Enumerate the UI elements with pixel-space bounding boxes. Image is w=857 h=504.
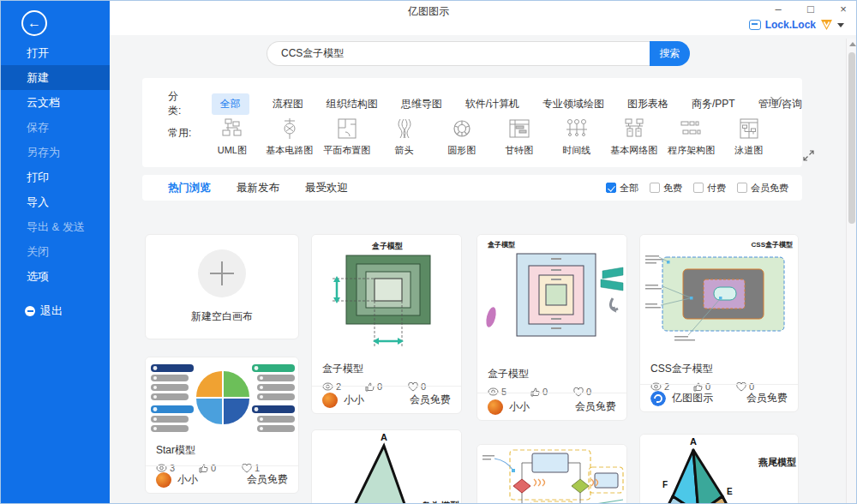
minimize-button[interactable]: – bbox=[772, 3, 784, 15]
template-card-box-green[interactable]: 盒子模型 盒子模型 2 bbox=[311, 234, 462, 414]
back-button[interactable]: ← bbox=[21, 10, 47, 36]
sidebar-item-cloud[interactable]: 云文档 bbox=[1, 90, 110, 115]
maximize-button[interactable]: □ bbox=[805, 3, 817, 15]
app-window: 亿图图示 – □ × Lock.Lock ← 打开 新建 云文档 保存 另存为 … bbox=[0, 0, 857, 504]
template-thumbnail bbox=[477, 445, 626, 504]
checkbox-checked-icon[interactable] bbox=[606, 183, 616, 193]
template-card-bird-head[interactable]: A E 鸟头模型 bbox=[311, 429, 462, 504]
category-all[interactable]: 全部 bbox=[212, 93, 249, 115]
sidebar-item-import[interactable]: 导入 bbox=[1, 189, 110, 214]
uml-icon bbox=[220, 117, 244, 140]
svg-text:E: E bbox=[727, 487, 733, 496]
category-professional[interactable]: 专业领域绘图 bbox=[542, 97, 604, 111]
common-item-gantt[interactable]: 甘特图 bbox=[490, 117, 548, 157]
sidebar-item-close[interactable]: 关闭 bbox=[1, 239, 110, 264]
svg-text:盒子模型: 盒子模型 bbox=[487, 241, 515, 249]
search-input[interactable] bbox=[267, 41, 650, 66]
filter-free[interactable]: 免费 bbox=[650, 182, 682, 195]
username[interactable]: Lock.Lock bbox=[765, 19, 816, 31]
sidebar-item-quit[interactable]: 退出 bbox=[1, 298, 110, 323]
common-item-network[interactable]: 基本网络图 bbox=[605, 117, 662, 157]
tab-newest[interactable]: 最新发布 bbox=[237, 181, 279, 195]
template-thumbnail: A F O E 燕尾模型 bbox=[640, 435, 798, 504]
checkbox-icon[interactable] bbox=[737, 183, 747, 193]
category-panel: 分类: 全部 流程图 组织结构图 思维导图 软件/计算机 专业领域绘图 图形表格… bbox=[142, 78, 802, 167]
scrollbar-thumb[interactable] bbox=[848, 52, 855, 224]
common-item-uml[interactable]: UML图 bbox=[203, 117, 261, 157]
template-thumbnail: CSS盒子模型 bbox=[640, 235, 798, 355]
checkbox-icon[interactable] bbox=[650, 183, 660, 193]
plus-icon bbox=[198, 249, 246, 297]
template-card-css-box[interactable]: CSS盒子模型 CSS盒子模型 2 0 bbox=[639, 234, 799, 412]
quit-icon bbox=[25, 306, 35, 316]
sidebar-item-save[interactable]: 保存 bbox=[1, 115, 110, 140]
template-card-box-color[interactable]: 盒子模型 盒子模型 5 0 bbox=[476, 234, 627, 421]
filter-member-free[interactable]: 会员免费 bbox=[737, 182, 788, 195]
floorplan-icon bbox=[335, 117, 359, 140]
template-card-flowchart[interactable] bbox=[476, 444, 627, 504]
author-name: 小小 bbox=[177, 472, 241, 487]
tab-hot[interactable]: 热门浏览 bbox=[168, 181, 211, 195]
category-management[interactable]: 管理/咨询 bbox=[758, 97, 802, 111]
template-card-star[interactable]: Star模型 3 0 1 小小 会员免费 bbox=[145, 357, 299, 494]
user-area[interactable]: Lock.Lock bbox=[749, 19, 844, 31]
category-orgchart[interactable]: 组织结构图 bbox=[327, 97, 378, 111]
sidebar-item-save-as[interactable]: 另存为 bbox=[1, 140, 110, 165]
svg-text:燕尾模型: 燕尾模型 bbox=[758, 457, 796, 468]
circular-icon bbox=[450, 117, 474, 140]
category-software[interactable]: 软件/计算机 bbox=[465, 97, 519, 111]
sidebar-item-export-send[interactable]: 导出 & 发送 bbox=[1, 214, 110, 239]
svg-text:盒子模型: 盒子模型 bbox=[371, 242, 403, 250]
category-mindmap[interactable]: 思维导图 bbox=[401, 97, 442, 111]
author-name: 亿图图示 bbox=[672, 391, 740, 405]
template-thumbnail: A E 鸟头模型 bbox=[312, 430, 461, 504]
template-thumbnail: 盒子模型 bbox=[477, 235, 626, 362]
svg-text:F: F bbox=[662, 480, 668, 489]
common-item-swimlane[interactable]: 泳道图 bbox=[720, 117, 777, 157]
blank-canvas-label: 新建空白画布 bbox=[191, 309, 253, 324]
author-avatar bbox=[156, 472, 171, 488]
sidebar-item-new[interactable]: 新建 bbox=[1, 65, 110, 90]
common-label: 常用: bbox=[168, 126, 191, 141]
svg-text:CSS盒子模型: CSS盒子模型 bbox=[752, 241, 793, 249]
common-item-timeline[interactable]: 时间线 bbox=[548, 117, 605, 157]
checkbox-icon[interactable] bbox=[693, 183, 704, 193]
template-card-swallow-tail[interactable]: A F O E 燕尾模型 bbox=[639, 434, 799, 504]
category-graphics-tables[interactable]: 图形表格 bbox=[627, 97, 668, 111]
category-business-ppt[interactable]: 商务/PPT bbox=[692, 97, 735, 111]
network-icon bbox=[622, 117, 646, 140]
sidebar-item-options[interactable]: 选项 bbox=[1, 264, 110, 289]
expand-icon[interactable] bbox=[803, 150, 814, 161]
tab-popular[interactable]: 最受欢迎 bbox=[305, 181, 348, 195]
edraw-logo-avatar bbox=[650, 391, 666, 406]
author-name: 小小 bbox=[344, 393, 404, 407]
filter-all[interactable]: 全部 bbox=[606, 182, 638, 195]
search-button[interactable]: 搜索 bbox=[650, 41, 690, 66]
scrollbar[interactable] bbox=[846, 39, 856, 503]
blank-canvas-card[interactable]: 新建空白画布 bbox=[145, 234, 299, 339]
card-title: CSS盒子模型 bbox=[640, 362, 798, 376]
close-button[interactable]: × bbox=[837, 3, 849, 15]
common-item-arrow[interactable]: 箭头 bbox=[375, 117, 433, 157]
card-title: Star模型 bbox=[146, 443, 298, 458]
tabs-panel: 热门浏览 最新发布 最受欢迎 全部 免费 付费 会员免费 bbox=[142, 175, 802, 201]
card-title: 盒子模型 bbox=[312, 362, 461, 376]
swimlane-icon bbox=[737, 117, 761, 140]
circuit-icon bbox=[278, 117, 302, 140]
member-free-badge: 会员免费 bbox=[746, 391, 788, 405]
member-free-badge: 会员免费 bbox=[247, 472, 288, 487]
filter-paid[interactable]: 付费 bbox=[693, 182, 726, 195]
message-icon[interactable] bbox=[749, 20, 761, 30]
category-flowchart[interactable]: 流程图 bbox=[273, 97, 303, 111]
author-avatar bbox=[488, 399, 503, 415]
common-item-program-architecture[interactable]: 程序架构图 bbox=[662, 117, 720, 157]
scroll-up-icon[interactable] bbox=[849, 42, 856, 46]
common-item-floorplan[interactable]: 平面布置图 bbox=[318, 117, 375, 157]
common-item-circular[interactable]: 圆形图 bbox=[433, 117, 490, 157]
sidebar-item-print[interactable]: 打印 bbox=[1, 165, 110, 189]
sidebar-item-open[interactable]: 打开 bbox=[1, 40, 110, 65]
common-item-circuit[interactable]: 基本电路图 bbox=[261, 117, 318, 157]
user-dropdown-icon[interactable] bbox=[837, 23, 844, 27]
member-free-badge: 会员免费 bbox=[575, 399, 616, 414]
member-free-badge: 会员免费 bbox=[410, 393, 451, 407]
